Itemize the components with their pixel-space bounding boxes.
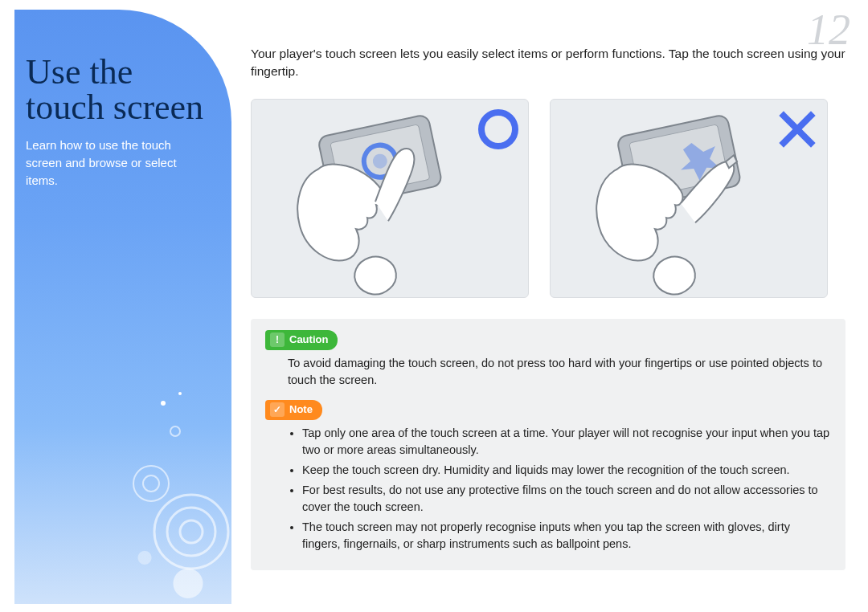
decorative-circles — [119, 387, 248, 580]
note-item: Tap only one area of the touch screen at… — [302, 425, 831, 459]
title-line-1: Use the — [26, 52, 133, 92]
note-item: The touch screen may not properly recogn… — [302, 519, 831, 553]
title-line-2: touch screen — [26, 88, 203, 127]
page-title: Use the touch screen — [26, 55, 214, 125]
svg-point-6 — [161, 401, 166, 406]
page-subtitle: Learn how to use the touch screen and br… — [26, 137, 211, 189]
svg-point-1 — [167, 508, 215, 556]
caution-label: Caution — [289, 333, 328, 348]
note-item: For best results, do not use any protect… — [302, 482, 831, 516]
svg-point-12 — [481, 112, 515, 146]
note-label: Note — [289, 402, 313, 418]
svg-point-5 — [170, 426, 180, 436]
caution-text: To avoid damaging the touch screen, do n… — [288, 355, 831, 389]
svg-point-0 — [154, 495, 228, 569]
figure-row — [251, 99, 845, 298]
incorrect-x-icon — [776, 108, 819, 151]
caution-icon: ! — [270, 333, 285, 347]
hand-fingernail-illustration — [568, 113, 809, 298]
svg-point-4 — [143, 475, 159, 492]
figure-correct — [251, 99, 529, 298]
correct-circle-icon — [477, 108, 520, 151]
note-list: Tap only one area of the touch screen at… — [288, 425, 831, 553]
svg-point-7 — [178, 392, 182, 395]
svg-point-2 — [180, 520, 203, 543]
intro-paragraph: Your player's touch screen lets you easi… — [251, 45, 845, 81]
note-item: Keep the touch screen dry. Humidity and … — [302, 462, 831, 479]
caution-badge: ! Caution — [265, 330, 338, 350]
svg-point-3 — [133, 466, 169, 501]
sidebar-panel: Use the touch screen Learn how to use th… — [14, 10, 231, 604]
note-icon: ✓ — [270, 402, 285, 417]
hand-fingertip-illustration — [269, 113, 510, 298]
content-area: Your player's touch screen lets you easi… — [251, 45, 845, 570]
callout-box: ! Caution To avoid damaging the touch sc… — [251, 319, 845, 570]
note-badge: ✓ Note — [265, 400, 322, 420]
figure-incorrect — [550, 99, 828, 298]
